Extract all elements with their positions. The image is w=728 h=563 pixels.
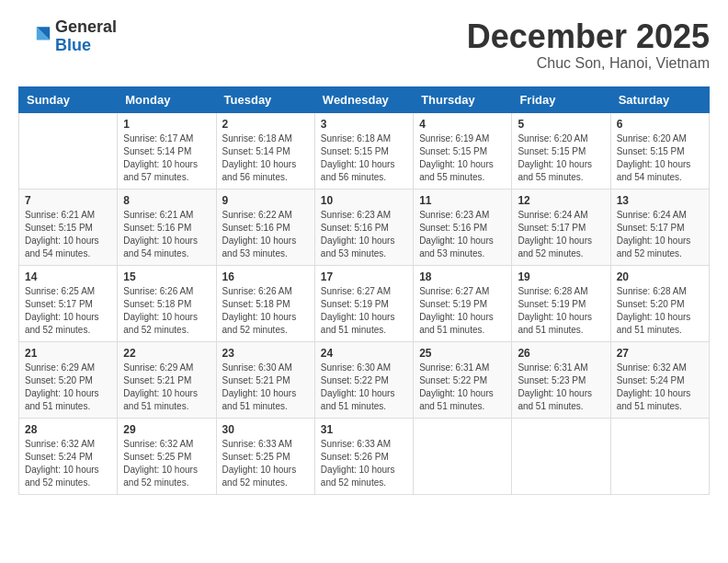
calendar-cell: 21Sunrise: 6:29 AM Sunset: 5:20 PM Dayli…: [19, 341, 118, 418]
calendar-cell: 13Sunrise: 6:24 AM Sunset: 5:17 PM Dayli…: [610, 189, 709, 265]
day-number: 10: [321, 194, 407, 207]
logo: General Blue: [18, 18, 117, 55]
day-number: 14: [25, 270, 111, 283]
calendar-cell: 2Sunrise: 6:18 AM Sunset: 5:14 PM Daylig…: [216, 112, 314, 189]
day-info: Sunrise: 6:21 AM Sunset: 5:16 PM Dayligh…: [123, 209, 210, 260]
day-number: 11: [419, 194, 506, 207]
day-info: Sunrise: 6:26 AM Sunset: 5:18 PM Dayligh…: [222, 285, 309, 337]
calendar-cell: 10Sunrise: 6:23 AM Sunset: 5:16 PM Dayli…: [314, 189, 413, 265]
day-number: 15: [123, 270, 210, 283]
logo-icon: [18, 20, 51, 53]
weekday-header-tuesday: Tuesday: [216, 86, 314, 112]
weekday-header-row: SundayMondayTuesdayWednesdayThursdayFrid…: [19, 86, 710, 112]
day-info: Sunrise: 6:28 AM Sunset: 5:20 PM Dayligh…: [617, 285, 703, 337]
week-row-1: 1Sunrise: 6:17 AM Sunset: 5:14 PM Daylig…: [19, 112, 710, 189]
day-number: 7: [25, 194, 111, 207]
day-number: 1: [123, 118, 210, 131]
day-info: Sunrise: 6:21 AM Sunset: 5:15 PM Dayligh…: [25, 209, 111, 260]
calendar-cell: 23Sunrise: 6:30 AM Sunset: 5:21 PM Dayli…: [216, 341, 314, 418]
day-info: Sunrise: 6:20 AM Sunset: 5:15 PM Dayligh…: [617, 132, 703, 184]
day-info: Sunrise: 6:26 AM Sunset: 5:18 PM Dayligh…: [123, 285, 210, 337]
day-info: Sunrise: 6:30 AM Sunset: 5:22 PM Dayligh…: [321, 362, 407, 413]
day-number: 25: [419, 347, 506, 360]
calendar-cell: 9Sunrise: 6:22 AM Sunset: 5:16 PM Daylig…: [216, 189, 314, 265]
weekday-header-friday: Friday: [512, 86, 610, 112]
calendar-table: SundayMondayTuesdayWednesdayThursdayFrid…: [18, 86, 710, 495]
page-header: General Blue December 2025 Chuc Son, Han…: [18, 18, 710, 72]
day-number: 5: [518, 118, 604, 131]
day-number: 27: [617, 347, 703, 360]
day-info: Sunrise: 6:25 AM Sunset: 5:17 PM Dayligh…: [25, 285, 111, 337]
day-info: Sunrise: 6:27 AM Sunset: 5:19 PM Dayligh…: [419, 285, 506, 337]
calendar-cell: 24Sunrise: 6:30 AM Sunset: 5:22 PM Dayli…: [314, 341, 413, 418]
calendar-cell: 3Sunrise: 6:18 AM Sunset: 5:15 PM Daylig…: [314, 112, 413, 189]
day-info: Sunrise: 6:29 AM Sunset: 5:21 PM Dayligh…: [123, 362, 210, 413]
logo-general-text: General: [55, 18, 117, 37]
day-info: Sunrise: 6:27 AM Sunset: 5:19 PM Dayligh…: [321, 285, 407, 337]
calendar-cell: 16Sunrise: 6:26 AM Sunset: 5:18 PM Dayli…: [216, 265, 314, 341]
day-info: Sunrise: 6:29 AM Sunset: 5:20 PM Dayligh…: [25, 362, 111, 413]
logo-text: General Blue: [55, 18, 117, 55]
weekday-header-wednesday: Wednesday: [314, 86, 413, 112]
weekday-header-saturday: Saturday: [610, 86, 709, 112]
calendar-cell: 6Sunrise: 6:20 AM Sunset: 5:15 PM Daylig…: [610, 112, 709, 189]
day-number: 22: [123, 347, 210, 360]
calendar-cell: 14Sunrise: 6:25 AM Sunset: 5:17 PM Dayli…: [19, 265, 118, 341]
month-title: December 2025: [467, 18, 710, 55]
calendar-cell: [414, 418, 512, 494]
day-info: Sunrise: 6:18 AM Sunset: 5:14 PM Dayligh…: [222, 132, 309, 184]
day-info: Sunrise: 6:32 AM Sunset: 5:24 PM Dayligh…: [617, 362, 703, 413]
calendar-cell: 25Sunrise: 6:31 AM Sunset: 5:22 PM Dayli…: [414, 341, 512, 418]
calendar-cell: [19, 112, 118, 189]
calendar-cell: 5Sunrise: 6:20 AM Sunset: 5:15 PM Daylig…: [512, 112, 610, 189]
calendar-cell: 12Sunrise: 6:24 AM Sunset: 5:17 PM Dayli…: [512, 189, 610, 265]
day-info: Sunrise: 6:22 AM Sunset: 5:16 PM Dayligh…: [222, 209, 309, 260]
calendar-cell: 15Sunrise: 6:26 AM Sunset: 5:18 PM Dayli…: [118, 265, 216, 341]
day-info: Sunrise: 6:32 AM Sunset: 5:24 PM Dayligh…: [25, 438, 111, 489]
calendar-cell: 22Sunrise: 6:29 AM Sunset: 5:21 PM Dayli…: [118, 341, 216, 418]
day-number: 18: [419, 270, 506, 283]
weekday-header-monday: Monday: [118, 86, 216, 112]
day-number: 26: [518, 347, 604, 360]
day-number: 12: [518, 194, 604, 207]
calendar-cell: 26Sunrise: 6:31 AM Sunset: 5:23 PM Dayli…: [512, 341, 610, 418]
day-info: Sunrise: 6:31 AM Sunset: 5:23 PM Dayligh…: [518, 362, 604, 413]
week-row-5: 28Sunrise: 6:32 AM Sunset: 5:24 PM Dayli…: [19, 418, 710, 494]
day-number: 23: [222, 347, 309, 360]
day-info: Sunrise: 6:18 AM Sunset: 5:15 PM Dayligh…: [321, 132, 407, 184]
day-info: Sunrise: 6:30 AM Sunset: 5:21 PM Dayligh…: [222, 362, 309, 413]
calendar-cell: [610, 418, 709, 494]
day-number: 21: [25, 347, 111, 360]
day-number: 19: [518, 270, 604, 283]
calendar-cell: 29Sunrise: 6:32 AM Sunset: 5:25 PM Dayli…: [118, 418, 216, 494]
week-row-2: 7Sunrise: 6:21 AM Sunset: 5:15 PM Daylig…: [19, 189, 710, 265]
week-row-4: 21Sunrise: 6:29 AM Sunset: 5:20 PM Dayli…: [19, 341, 710, 418]
calendar-cell: 18Sunrise: 6:27 AM Sunset: 5:19 PM Dayli…: [414, 265, 512, 341]
day-info: Sunrise: 6:23 AM Sunset: 5:16 PM Dayligh…: [419, 209, 506, 260]
day-number: 29: [123, 423, 210, 436]
day-number: 16: [222, 270, 309, 283]
calendar-cell: 1Sunrise: 6:17 AM Sunset: 5:14 PM Daylig…: [118, 112, 216, 189]
weekday-header-thursday: Thursday: [414, 86, 512, 112]
day-number: 28: [25, 423, 111, 436]
calendar-cell: 31Sunrise: 6:33 AM Sunset: 5:26 PM Dayli…: [314, 418, 413, 494]
calendar-cell: 20Sunrise: 6:28 AM Sunset: 5:20 PM Dayli…: [610, 265, 709, 341]
calendar-cell: 30Sunrise: 6:33 AM Sunset: 5:25 PM Dayli…: [216, 418, 314, 494]
day-number: 9: [222, 194, 309, 207]
day-number: 3: [321, 118, 407, 131]
day-info: Sunrise: 6:17 AM Sunset: 5:14 PM Dayligh…: [123, 132, 210, 184]
day-number: 4: [419, 118, 506, 131]
day-info: Sunrise: 6:32 AM Sunset: 5:25 PM Dayligh…: [123, 438, 210, 489]
day-number: 24: [321, 347, 407, 360]
calendar-cell: [512, 418, 610, 494]
day-number: 13: [617, 194, 703, 207]
day-number: 17: [321, 270, 407, 283]
day-number: 20: [617, 270, 703, 283]
day-info: Sunrise: 6:31 AM Sunset: 5:22 PM Dayligh…: [419, 362, 506, 413]
calendar-cell: 28Sunrise: 6:32 AM Sunset: 5:24 PM Dayli…: [19, 418, 118, 494]
day-info: Sunrise: 6:33 AM Sunset: 5:26 PM Dayligh…: [321, 438, 407, 489]
logo-blue-text: Blue: [55, 37, 117, 55]
day-number: 6: [617, 118, 703, 131]
calendar-cell: 11Sunrise: 6:23 AM Sunset: 5:16 PM Dayli…: [414, 189, 512, 265]
day-info: Sunrise: 6:24 AM Sunset: 5:17 PM Dayligh…: [518, 209, 604, 260]
